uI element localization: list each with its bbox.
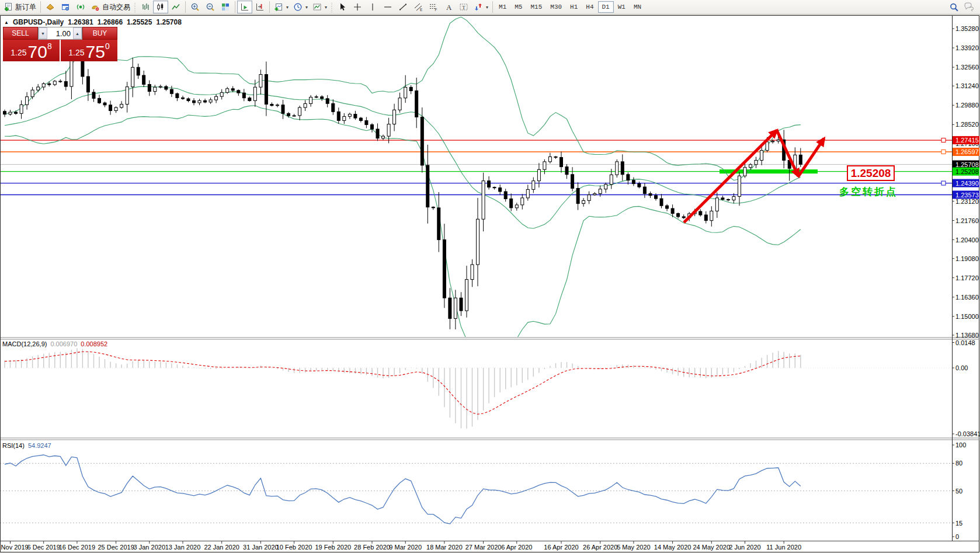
bar-chart-icon [141,2,150,12]
auto-scroll-button[interactable] [237,1,252,13]
timeframe-m30-button[interactable]: M30 [546,1,566,13]
svg-text:-0.038415: -0.038415 [955,430,980,437]
text-icon: A [444,2,453,12]
dropdown-caret: ▾ [286,5,289,10]
svg-text:10 Feb 2020: 10 Feb 2020 [276,544,312,551]
templates-button[interactable]: ▾ [310,1,329,13]
zoom-in-button[interactable] [187,1,203,13]
auto-trading-label: 自动交易 [102,2,130,12]
channel-tool-button[interactable]: E [411,1,426,13]
svg-text:26 Apr 2020: 26 Apr 2020 [583,544,617,551]
vertical-line-tool-button[interactable] [365,1,380,13]
symbol-title: GBPUSD-,Daily [13,18,64,26]
svg-text:1.21760: 1.21760 [955,217,979,224]
fibonacci-icon: F [429,2,438,12]
signals-button[interactable] [73,1,88,13]
separator [235,1,235,13]
volume-increase-button[interactable]: ▲ [73,27,82,39]
line-chart-mode-button[interactable] [168,1,183,13]
svg-text:100: 100 [955,441,966,448]
cursor-icon [338,2,347,12]
one-click-toggle-icon[interactable]: ▲ [4,20,9,25]
svg-text:22 Jan 2020: 22 Jan 2020 [204,544,239,551]
svg-text:2 Jun 2020: 2 Jun 2020 [729,544,760,551]
ohlc-low: 1.25525 [127,18,152,26]
svg-text:16 Dec 2019: 16 Dec 2019 [59,544,95,551]
chat-button[interactable] [961,1,976,13]
timeframe-m5-button[interactable]: M5 [510,1,526,13]
macd-pane-label: MACD(12,26,9) 0.006970 0.008952 [2,340,107,347]
timeframe-m1-button[interactable]: M1 [495,1,510,13]
volume-input[interactable] [47,27,73,39]
svg-text:1.25208: 1.25208 [955,168,979,175]
rsi-name: RSI(14) [2,442,25,449]
svg-text:1.17720: 1.17720 [955,274,979,281]
bar-chart-mode-button[interactable] [138,1,153,13]
crosshair-tool-button[interactable] [350,1,365,13]
svg-text:A: A [446,3,452,12]
auto-trading-button[interactable]: 自动交易 [88,1,133,13]
svg-text:1.15000: 1.15000 [955,313,979,320]
separator [492,1,493,13]
text-label-tool-button[interactable]: T [456,1,471,13]
trendline-tool-button[interactable] [395,1,411,13]
market-watch-button[interactable] [43,1,58,13]
buy-button[interactable]: BUY [82,27,117,40]
support-price-label[interactable]: 1.25208 [847,165,895,181]
line-handle[interactable] [941,150,946,154]
svg-text:1.32560: 1.32560 [955,64,979,71]
svg-text:16 Apr 2020: 16 Apr 2020 [544,544,578,551]
rsi-pane-label: RSI(14) 54.9247 [2,442,51,449]
timeframe-mn-button[interactable]: MN [630,1,645,13]
buy-price-button[interactable]: 1.25 75 0 [61,40,117,61]
zoom-out-icon [206,2,215,12]
fibonacci-tool-button[interactable]: F [426,1,441,13]
text-label-icon: T [459,2,468,12]
profiles-button[interactable] [58,1,73,13]
new-order-icon [4,2,13,12]
horizontal-line-tool-button[interactable] [380,1,395,13]
one-click-trading-panel: SELL ▼ ▲ BUY 1.25 70 8 1.25 75 0 [3,27,117,61]
svg-text:14 May 2020: 14 May 2020 [654,544,691,551]
svg-text:E: E [420,8,423,12]
timeframe-h4-button[interactable]: H4 [582,1,597,13]
volume-decrease-button[interactable]: ▼ [39,27,47,39]
svg-text:27 Nov 2019: 27 Nov 2019 [0,544,29,551]
cursor-tool-button[interactable] [335,1,350,13]
crosshair-icon [353,2,362,12]
timeframe-w1-button[interactable]: W1 [614,1,630,13]
buy-price-big: 75 [86,44,105,60]
turning-point-annotation[interactable]: 多空转折点 [839,185,898,199]
svg-text:13 Jan 2020: 13 Jan 2020 [165,544,201,551]
tile-windows-button[interactable] [218,1,233,13]
sell-price-button[interactable]: 1.25 70 8 [3,40,60,61]
chart-shift-button[interactable] [252,1,267,13]
periods-button[interactable]: ▾ [291,1,310,13]
text-tool-button[interactable]: A [441,1,456,13]
timeframe-d1-button[interactable]: D1 [598,1,614,13]
timeframe-m15-button[interactable]: M15 [526,1,546,13]
arrows-tool-button[interactable]: ▾ [471,1,491,13]
gold-market-icon [46,2,55,12]
zoom-out-button[interactable] [203,1,218,13]
chart-shift-icon [255,2,265,12]
svg-text:11 Jun 2020: 11 Jun 2020 [766,544,801,551]
chart-canvas[interactable]: 1.352801.339201.325601.312401.298801.285… [0,0,980,553]
macd-name: MACD(12,26,9) [2,340,47,347]
candlestick-mode-button[interactable] [153,1,168,13]
svg-text:3 Jan 2020: 3 Jan 2020 [134,544,165,551]
new-chart-button[interactable]: ▾ [272,1,291,13]
sell-button[interactable]: SELL [3,27,38,40]
new-order-button[interactable]: 新订单 [1,1,39,13]
timeframe-h1-button[interactable]: H1 [566,1,582,13]
new-chart-icon [274,2,283,12]
line-handle[interactable] [941,181,946,185]
new-order-label: 新订单 [15,2,36,12]
svg-text:27 Mar 2020: 27 Mar 2020 [465,544,502,551]
search-button[interactable] [946,1,961,13]
line-handle[interactable] [941,138,946,142]
auto-trading-icon [91,2,100,12]
horizontal-line-icon [383,2,392,12]
chart-header: ▲ GBPUSD-,Daily 1.26381 1.26866 1.25525 … [4,18,182,26]
svg-text:19 Feb 2020: 19 Feb 2020 [315,544,351,551]
